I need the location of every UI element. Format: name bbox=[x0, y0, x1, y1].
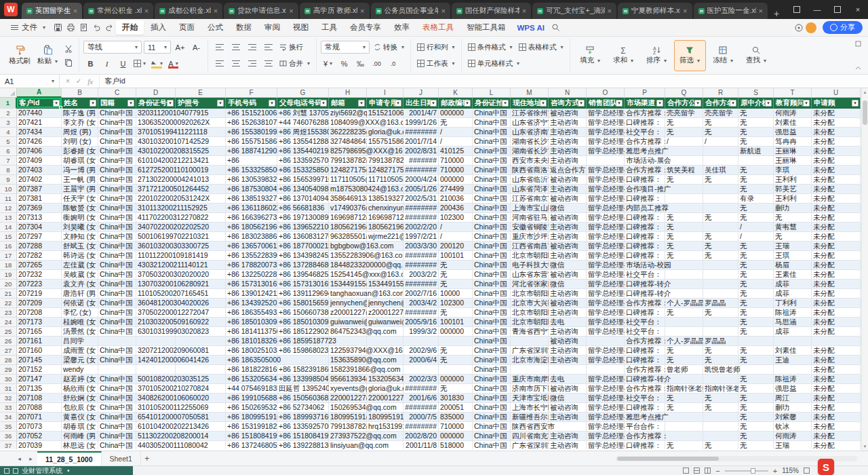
cell[interactable]: / bbox=[439, 137, 473, 147]
cell[interactable]: 主动咨询 bbox=[549, 432, 587, 441]
cell[interactable] bbox=[176, 128, 226, 137]
cell[interactable] bbox=[703, 223, 738, 232]
cell[interactable]: guiwanwei@qq.com bbox=[329, 318, 367, 327]
header-cell[interactable]: 姓名▾ bbox=[62, 98, 98, 109]
cell[interactable]: China中国 bbox=[98, 289, 136, 299]
cell[interactable]: 271302200004241013 bbox=[136, 175, 176, 185]
cell[interactable]: 2005/1/26 bbox=[403, 185, 439, 194]
cell[interactable]: 799138782@163.com bbox=[367, 156, 403, 166]
cell[interactable]: 返点合作方 bbox=[549, 166, 587, 175]
cell[interactable] bbox=[176, 394, 226, 403]
close-tab-icon[interactable]: × bbox=[144, 7, 149, 15]
cell[interactable]: / bbox=[439, 128, 473, 137]
cell[interactable]: 无 bbox=[738, 261, 774, 270]
document-tab[interactable]: 宁夏教师样本.xlsx× bbox=[618, 3, 692, 19]
close-tab-icon[interactable]: × bbox=[522, 7, 526, 15]
row-header-17[interactable]: 17 bbox=[0, 251, 17, 261]
cell[interactable]: 18448233200000@qq.com bbox=[329, 261, 367, 270]
cell[interactable]: China中国 bbox=[473, 289, 511, 299]
cell[interactable]: China中国 bbox=[98, 403, 136, 413]
zoom-slider[interactable] bbox=[725, 470, 768, 472]
cell[interactable]: 陕西省西安市 bbox=[511, 422, 549, 432]
cell[interactable]: 15254145@xxx@163.com bbox=[329, 270, 367, 280]
cell[interactable]: 207160 bbox=[17, 346, 62, 356]
cell[interactable]: 吴佳琪 bbox=[703, 166, 738, 175]
align-center-icon[interactable] bbox=[229, 57, 243, 70]
cell[interactable]: 370502200012272047 bbox=[136, 308, 176, 318]
cell[interactable]: 无 bbox=[665, 128, 703, 137]
cell[interactable]: 青海省西宁市城西区 bbox=[511, 327, 549, 337]
cell[interactable] bbox=[98, 365, 136, 375]
filter-dropdown-icon[interactable]: ▾ bbox=[502, 100, 509, 107]
cell[interactable]: +86 13724680552 bbox=[226, 441, 277, 449]
cell[interactable]: 207173 bbox=[17, 318, 62, 327]
close-button[interactable]: × bbox=[848, 0, 868, 19]
cell[interactable]: 北京市海淀区 bbox=[511, 356, 549, 365]
cell[interactable] bbox=[367, 403, 403, 413]
cell[interactable] bbox=[812, 337, 861, 346]
cell[interactable]: / bbox=[439, 223, 473, 232]
cell[interactable]: 358646913@qq.com bbox=[329, 194, 367, 204]
page-break-view-icon[interactable] bbox=[705, 468, 711, 474]
cell[interactable]: 合作方推荐： bbox=[625, 137, 665, 147]
cell[interactable]: 王素佳 bbox=[774, 270, 812, 280]
cell[interactable]: China中国 bbox=[473, 337, 511, 346]
cell[interactable]: 117110505@163.com bbox=[367, 175, 403, 185]
cell[interactable]: 未分配 bbox=[812, 213, 861, 223]
cell[interactable]: 刘素佳 bbox=[774, 346, 812, 356]
cell[interactable]: 362228235@qq.com bbox=[329, 128, 367, 137]
row-header-8[interactable]: 8 bbox=[0, 166, 17, 175]
cell[interactable]: 153205634@163.com bbox=[367, 375, 403, 384]
filter-dropdown-icon[interactable]: ▾ bbox=[53, 100, 60, 107]
row-header-30[interactable]: 30 bbox=[0, 375, 17, 384]
cell[interactable]: 北京市朝阳区 bbox=[511, 289, 549, 299]
cell[interactable]: +86 bbox=[226, 156, 277, 166]
cell[interactable]: 未分配 bbox=[812, 232, 861, 242]
cell[interactable]: 留学总经理-咨询 bbox=[587, 403, 625, 413]
row-header-11[interactable]: 11 bbox=[0, 194, 17, 204]
cell[interactable]: 无 bbox=[703, 128, 738, 137]
cell[interactable]: 273937522@qq.com bbox=[329, 432, 367, 441]
cell[interactable]: 社交平台： bbox=[625, 394, 665, 403]
cell[interactable]: 主动咨询 bbox=[549, 289, 587, 299]
column-header-L[interactable]: L bbox=[473, 88, 511, 98]
eye-protect-icon[interactable] bbox=[793, 22, 805, 34]
cell[interactable]: 210036 bbox=[439, 194, 473, 204]
cell[interactable]: +86 15801565913 bbox=[277, 299, 329, 308]
cell[interactable] bbox=[665, 413, 703, 422]
cell[interactable] bbox=[176, 185, 226, 194]
sheet-tab[interactable]: Sheet1 bbox=[102, 451, 141, 466]
cell[interactable] bbox=[176, 194, 226, 204]
cell[interactable]: 未分配 bbox=[812, 118, 861, 128]
cell[interactable]: ######## bbox=[403, 384, 439, 394]
cell[interactable]: 未分配 bbox=[812, 109, 861, 118]
row-header-13[interactable]: 13 bbox=[0, 213, 17, 223]
font-size-select[interactable]: 11▾ bbox=[144, 41, 171, 54]
cell[interactable]: 凯悦曾老师 bbox=[703, 365, 738, 375]
cell[interactable] bbox=[403, 337, 439, 346]
cell[interactable]: 江西省南昌市西湖区 bbox=[511, 242, 549, 251]
column-header-O[interactable]: O bbox=[587, 88, 625, 98]
cell[interactable]: 内部员工推荐 bbox=[625, 204, 665, 213]
print-icon[interactable] bbox=[64, 22, 77, 34]
cell[interactable]: 胡睿琪 (女 bbox=[62, 156, 98, 166]
cell[interactable]: +86 18512290204 bbox=[277, 327, 329, 337]
cell[interactable] bbox=[367, 289, 403, 299]
cell[interactable]: 500106199702210321 bbox=[136, 232, 176, 242]
wps-ai-button[interactable]: WPS AI bbox=[513, 24, 549, 32]
cell[interactable]: 包欣辰 (女 bbox=[62, 403, 98, 413]
cell[interactable]: 成菲 bbox=[774, 327, 812, 337]
cell[interactable]: 无 bbox=[703, 242, 738, 251]
cell[interactable]: 口碑推荐-转介 bbox=[625, 375, 665, 384]
cell[interactable]: 430102200208315525 bbox=[136, 147, 176, 156]
cell[interactable]: China中国 bbox=[473, 365, 511, 375]
column-header-P[interactable]: P bbox=[625, 88, 665, 98]
cell[interactable]: 340826200106060020 bbox=[136, 394, 176, 403]
cell[interactable]: 207282 bbox=[17, 251, 62, 261]
cell[interactable] bbox=[774, 365, 812, 375]
cell[interactable]: 被动咨询 bbox=[549, 109, 587, 118]
cell[interactable]: guiwanwei@163.com bbox=[367, 318, 403, 327]
row-header-24[interactable]: 24 bbox=[0, 318, 17, 327]
cell[interactable] bbox=[176, 223, 226, 232]
row-header-3[interactable]: 3 bbox=[0, 118, 17, 128]
